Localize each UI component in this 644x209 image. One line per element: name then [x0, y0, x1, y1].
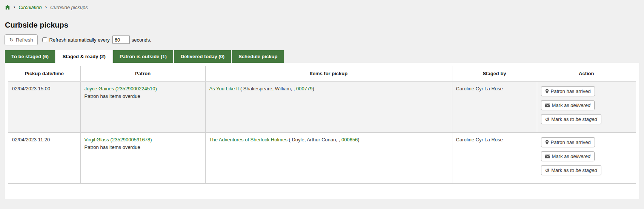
breadcrumb-current-page: Curbside pickups: [50, 5, 88, 10]
tab-delivered-today[interactable]: Delivered today (0): [174, 50, 231, 63]
mark-as-delivered-prefix: Mark as: [552, 102, 571, 108]
table-row: 02/04/2023 11:20 Virgil Glass (235290005…: [8, 133, 636, 184]
items-for-pickup-cell: The Adventures of Sherlock Holmes ( Doyl…: [205, 133, 452, 184]
undo-icon: ↺: [545, 168, 550, 173]
patron-link[interactable]: Virgil Glass (23529000591678): [85, 137, 152, 142]
column-header-staged-by: Staged by: [452, 66, 537, 81]
delivered-word: delivered: [570, 102, 590, 108]
tab-patron-is-outside[interactable]: Patron is outside (1): [113, 50, 173, 63]
mark-as-staged-prefix: Mark as: [551, 167, 570, 173]
item-title-link[interactable]: The Adventures of Sherlock Holmes: [209, 137, 287, 142]
pickup-datetime-cell: 02/04/2023 15:00: [8, 81, 80, 133]
column-header-action: Action: [537, 66, 636, 81]
auto-refresh-checkbox[interactable]: [42, 37, 47, 42]
breadcrumb: › Circulation › Curbside pickups: [0, 0, 644, 11]
item-number-link[interactable]: 000656: [341, 137, 358, 142]
column-header-pickup-datetime: Pickup date/time: [8, 66, 80, 81]
staged-by-cell: Caroline Cyr La Rose: [452, 81, 537, 133]
pickup-datetime-cell: 02/04/2023 11:20: [8, 133, 80, 184]
mark-as-delivered-button[interactable]: Mark as delivered: [541, 151, 595, 161]
column-header-items: Items for pickup: [205, 66, 452, 81]
patron-cell: Joyce Gaines (23529000224510) Patron has…: [80, 81, 205, 133]
mark-as-staged-prefix: Mark as: [551, 116, 570, 122]
chevron-separator: ›: [45, 4, 47, 10]
patron-has-arrived-label: Patron has arrived: [551, 88, 591, 94]
patron-overdue-note: Patron has items overdue: [85, 93, 201, 99]
refresh-icon: ↻: [9, 37, 14, 42]
refresh-bar: ↻ Refresh Refresh automatically every se…: [5, 34, 644, 45]
table-header-row: Pickup date/time Patron Items for pickup…: [8, 66, 636, 81]
item-author-text: ( Doyle, Arthur Conan, ,: [287, 137, 341, 142]
item-suffix-text: ): [312, 86, 314, 91]
item-suffix-text: ): [358, 137, 359, 142]
patron-overdue-note: Patron has items overdue: [85, 144, 201, 150]
patron-cell: Virgil Glass (23529000591678) Patron has…: [80, 133, 205, 184]
action-cell: Patron has arrived Mark as delivered ↺ M…: [537, 133, 636, 184]
chevron-separator: ›: [14, 4, 15, 10]
item-title-link[interactable]: As You Like It: [209, 86, 239, 91]
patron-has-arrived-button[interactable]: Patron has arrived: [541, 86, 595, 96]
refresh-interval-input[interactable]: [112, 36, 130, 44]
patron-has-arrived-button[interactable]: Patron has arrived: [541, 137, 595, 147]
table-row: 02/04/2023 15:00 Joyce Gaines (235290002…: [8, 81, 636, 133]
undo-icon: ↺: [545, 117, 550, 122]
breadcrumb-link-circulation[interactable]: Circulation: [18, 5, 41, 10]
action-cell: Patron has arrived Mark as delivered ↺ M…: [537, 81, 636, 133]
staged-by-cell: Caroline Cyr La Rose: [452, 133, 537, 184]
pickup-tabs: To be staged (6) Staged & ready (2) Patr…: [5, 50, 644, 63]
seconds-label: seconds.: [132, 37, 151, 43]
patron-link[interactable]: Joyce Gaines (23529000224510): [85, 86, 157, 91]
item-author-text: ( Shakespeare, William, ,: [239, 86, 296, 91]
auto-refresh-label: Refresh automatically every: [49, 37, 109, 43]
delivered-word: delivered: [570, 153, 590, 159]
tab-staged-and-ready[interactable]: Staged & ready (2): [56, 50, 112, 63]
to-be-staged-word: to be staged: [570, 116, 597, 122]
mark-as-delivered-button[interactable]: Mark as delivered: [541, 100, 595, 110]
tab-schedule-pickup[interactable]: Schedule pickup: [232, 50, 284, 63]
tab-to-be-staged[interactable]: To be staged (6): [5, 50, 55, 63]
pickups-panel: Pickup date/time Patron Items for pickup…: [5, 63, 639, 199]
home-icon[interactable]: [5, 5, 10, 10]
envelope-icon: [545, 155, 550, 158]
item-number-link[interactable]: 000779: [296, 86, 312, 91]
items-for-pickup-cell: As You Like It ( Shakespeare, William, ,…: [205, 81, 452, 133]
map-marker-icon: [545, 140, 549, 145]
map-marker-icon: [545, 89, 549, 94]
envelope-icon: [545, 104, 550, 107]
patron-has-arrived-label: Patron has arrived: [551, 139, 591, 145]
to-be-staged-word: to be staged: [570, 167, 597, 173]
refresh-button[interactable]: ↻ Refresh: [5, 34, 38, 45]
page-title: Curbside pickups: [5, 21, 644, 29]
refresh-button-label: Refresh: [16, 37, 33, 43]
pickups-table: Pickup date/time Patron Items for pickup…: [8, 66, 636, 184]
column-header-patron: Patron: [80, 66, 205, 81]
mark-as-to-be-staged-button[interactable]: ↺ Mark as to be staged: [541, 165, 601, 175]
mark-as-delivered-prefix: Mark as: [552, 153, 571, 159]
mark-as-to-be-staged-button[interactable]: ↺ Mark as to be staged: [541, 114, 601, 124]
